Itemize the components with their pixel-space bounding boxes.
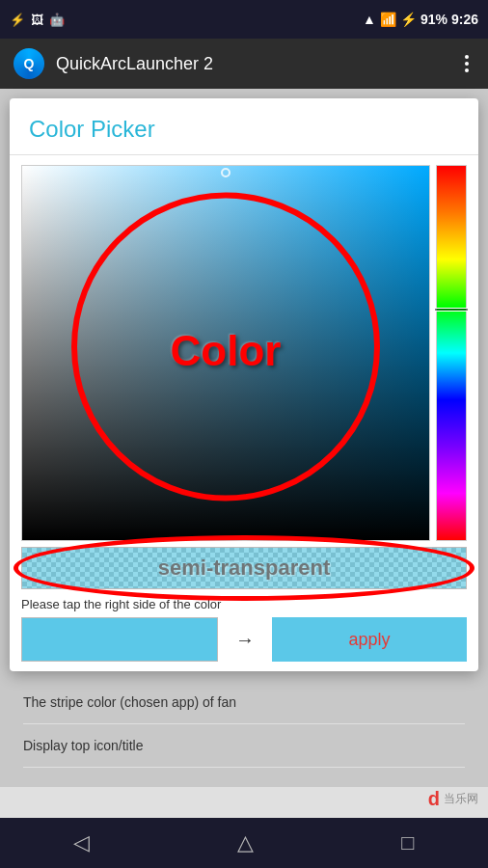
dialog-body: Color semi-transparent Please tap the ri… [10, 155, 478, 671]
status-bar: ⚡ 🖼 🤖 ▲ 📶 ⚡ 91% 9:26 [0, 0, 488, 39]
watermark-d: d [428, 788, 440, 810]
bottom-nav: ◁ △ □ [0, 818, 488, 868]
watermark-site: 当乐网 [444, 791, 478, 807]
semi-transparent-label: semi-transparent [22, 548, 466, 588]
transparent-strip-row: semi-transparent [21, 547, 467, 589]
recent-button[interactable]: □ [382, 823, 433, 863]
android-icon: 🤖 [49, 13, 65, 27]
red-circle-overlay [71, 193, 380, 502]
hint-text: Please tap the right side of the color [21, 597, 467, 611]
stripe-color-label: The stripe color (chosen app) of fan [23, 694, 236, 710]
app-title: QuickArcLauncher 2 [56, 54, 459, 74]
more-vert-icon[interactable] [459, 49, 474, 78]
gradient-cursor [221, 168, 230, 177]
time-text: 9:26 [451, 12, 478, 27]
title-bar: Q QuickArcLauncher 2 [0, 39, 488, 89]
wifi-icon: ▲ [363, 12, 376, 27]
usb-icon: ⚡ [10, 13, 25, 27]
status-icons-right: ▲ 📶 ⚡ 91% 9:26 [363, 12, 478, 27]
battery-text: 91% [420, 12, 447, 27]
dialog-title: Color Picker [29, 116, 155, 142]
bottom-row: → apply [21, 617, 467, 662]
stripe-color-row: The stripe color (chosen app) of fan [23, 681, 465, 724]
status-icons-left: ⚡ 🖼 🤖 [10, 13, 65, 27]
arrow-button[interactable]: → [224, 617, 266, 662]
image-icon: 🖼 [31, 13, 43, 27]
hue-slider[interactable] [436, 165, 467, 541]
signal-icon: 📶 [380, 12, 396, 27]
color-picker-dialog: Color Picker Color semi-transpare [10, 98, 478, 671]
color-center-label: Color [171, 327, 282, 375]
charging-icon: ⚡ [400, 12, 417, 27]
app-logo: Q [14, 48, 44, 79]
display-label: Display top icon/title [23, 738, 144, 753]
transparent-strip[interactable]: semi-transparent [21, 547, 467, 589]
apply-button[interactable]: apply [272, 617, 467, 662]
color-picker-area: Color [21, 165, 467, 541]
home-button[interactable]: △ [218, 823, 273, 863]
color-preview-box [21, 617, 218, 662]
color-gradient-canvas[interactable]: Color [21, 165, 430, 541]
hue-slider-thumb [434, 308, 469, 312]
dialog-header: Color Picker [10, 98, 478, 155]
display-row: Display top icon/title [23, 724, 465, 768]
main-content: Color Picker Color semi-transpare [0, 89, 488, 787]
settings-area: The stripe color (chosen app) of fan Dis… [10, 671, 478, 777]
logo-letter: Q [24, 56, 35, 71]
back-button[interactable]: ◁ [54, 823, 109, 863]
watermark: d 当乐网 [428, 788, 478, 810]
